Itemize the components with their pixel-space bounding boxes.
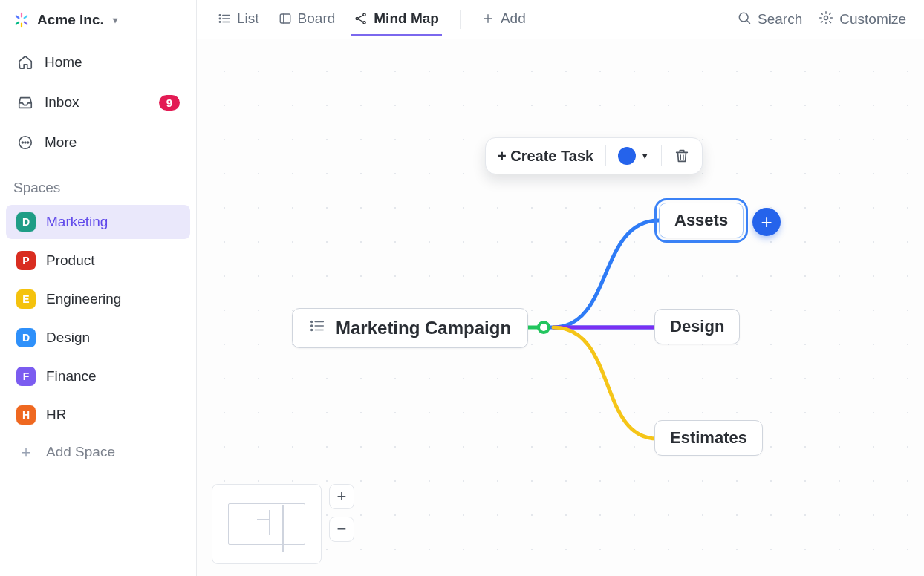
divider (460, 10, 461, 29)
list-icon (218, 12, 231, 25)
sidebar-space-hr[interactable]: HHR (6, 398, 190, 432)
space-swatch: P (16, 251, 36, 270)
plus-icon: ＋ (16, 444, 36, 460)
customize-label: Customize (839, 11, 906, 27)
main: List Board Mind Map Add (197, 0, 924, 576)
tab-add-view[interactable]: Add (478, 3, 529, 36)
nav-label: Home (45, 54, 82, 71)
search-button[interactable]: Search (737, 10, 802, 29)
branch-hub[interactable] (537, 321, 550, 334)
sidebar-space-marketing[interactable]: DMarketing (6, 205, 190, 239)
sidebar-space-design[interactable]: DDesign (6, 321, 190, 355)
add-child-button[interactable]: + (752, 208, 781, 236)
gear-icon (819, 10, 833, 29)
chevron-down-icon: ▾ (113, 15, 117, 25)
sidebar-space-engineering[interactable]: EEngineering (6, 282, 190, 316)
mindmap-canvas[interactable]: Marketing Campaign Assets + Design Estim… (197, 39, 924, 576)
svg-point-15 (219, 21, 221, 22)
node-design[interactable]: Design (654, 309, 740, 344)
svg-point-31 (311, 330, 313, 331)
tab-label: Board (298, 10, 336, 27)
tab-board[interactable]: Board (276, 3, 339, 36)
svg-point-8 (25, 142, 26, 143)
node-estimates[interactable]: Estimates (654, 420, 763, 456)
space-swatch: F (16, 367, 36, 386)
customize-button[interactable]: Customize (819, 10, 906, 29)
add-space-label: Add Space (46, 444, 115, 460)
svg-point-13 (219, 14, 221, 16)
node-assets[interactable]: Assets (659, 203, 744, 238)
inbox-icon (16, 94, 34, 111)
node-context-bar: + Create Task ▼ (485, 137, 703, 174)
svg-line-1 (25, 16, 27, 19)
space-label: Marketing (46, 214, 108, 230)
delete-button[interactable] (674, 148, 690, 164)
node-label: Estimates (670, 428, 747, 447)
node-label: Assets (674, 211, 728, 229)
view-tabs: List Board Mind Map Add (197, 0, 924, 39)
color-picker[interactable]: ▼ (618, 147, 649, 165)
svg-point-25 (824, 16, 828, 19)
node-label: Marketing Campaign (336, 318, 511, 338)
list-icon (309, 318, 325, 338)
svg-line-24 (746, 20, 749, 23)
space-label: Design (46, 330, 90, 346)
sidebar-space-product[interactable]: PProduct (6, 243, 190, 278)
add-space-button[interactable]: ＋ Add Space (6, 436, 190, 468)
mindmap-icon (354, 12, 368, 25)
space-label: Engineering (46, 291, 121, 307)
search-label: Search (758, 11, 802, 27)
space-swatch: H (16, 405, 36, 425)
create-task-button[interactable]: + Create Task (498, 148, 593, 165)
svg-rect-16 (280, 14, 290, 23)
nav-label: Inbox (45, 94, 79, 111)
minimap-panel: + − (212, 484, 354, 564)
home-icon (16, 53, 34, 71)
space-label: Product (46, 252, 94, 269)
tab-label: Mind Map (374, 10, 439, 27)
nav-inbox[interactable]: Inbox 9 (6, 86, 190, 119)
color-dot-icon (618, 147, 636, 165)
node-root[interactable]: Marketing Campaign (292, 308, 528, 348)
workspace-switcher[interactable]: Acme Inc. ▾ (6, 7, 190, 33)
svg-line-2 (25, 22, 27, 24)
tab-list[interactable]: List (215, 3, 262, 36)
plus-icon: + (761, 211, 772, 234)
tab-label: List (237, 10, 259, 27)
sidebar: Acme Inc. ▾ Home Inbox 9 More Spaces DMa… (0, 0, 197, 576)
space-swatch: E (16, 289, 36, 309)
svg-line-4 (16, 22, 19, 24)
nav-more[interactable]: More (6, 126, 190, 159)
zoom-in-button[interactable]: + (329, 484, 354, 509)
divider (605, 145, 606, 166)
spaces-heading: Spaces (6, 175, 190, 200)
svg-point-9 (27, 142, 29, 143)
plus-icon (481, 12, 495, 25)
nav-label: More (45, 134, 77, 151)
svg-point-14 (219, 18, 221, 19)
svg-point-7 (22, 142, 23, 143)
space-label: HR (46, 407, 66, 423)
tab-mindmap[interactable]: Mind Map (351, 3, 442, 36)
space-label: Finance (46, 368, 97, 384)
caret-down-icon: ▼ (640, 151, 649, 161)
inbox-badge: 9 (159, 95, 180, 111)
svg-line-5 (16, 16, 19, 19)
svg-point-29 (311, 321, 313, 323)
divider (661, 145, 662, 166)
search-icon (737, 10, 752, 29)
zoom-out-button[interactable]: − (329, 517, 354, 542)
minimap[interactable] (212, 484, 322, 564)
workspace-name: Acme Inc. (37, 12, 104, 28)
app-logo-icon (13, 12, 30, 28)
svg-point-30 (311, 325, 313, 327)
more-icon (16, 134, 34, 151)
nav-home[interactable]: Home (6, 46, 190, 79)
space-swatch: D (16, 212, 36, 232)
sidebar-space-finance[interactable]: FFinance (6, 359, 190, 393)
minimap-viewport (228, 503, 305, 545)
node-label: Design (670, 317, 724, 336)
board-icon (279, 12, 292, 25)
space-swatch: D (16, 328, 36, 347)
tab-label: Add (501, 10, 526, 27)
